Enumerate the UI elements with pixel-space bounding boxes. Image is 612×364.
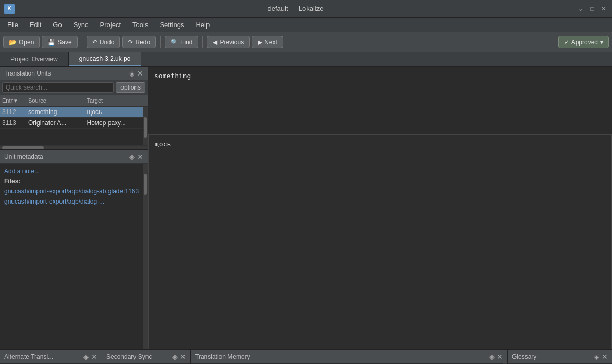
- close-ss-icon[interactable]: ✕: [180, 353, 186, 361]
- tu-col-source-header: Source: [26, 96, 85, 105]
- open-button[interactable]: 📂 Open: [3, 36, 40, 48]
- find-icon: 🔍: [170, 39, 178, 46]
- close-tu-icon[interactable]: ✕: [137, 69, 143, 78]
- tu-cell-source: Originator A...: [26, 118, 85, 128]
- secondary-sync-header: Secondary Sync ◈ ✕: [102, 350, 190, 363]
- pin-icon[interactable]: ◈: [172, 353, 178, 361]
- tu-hscroll-thumb: [2, 146, 44, 149]
- find-button[interactable]: 🔍 Find: [165, 36, 198, 48]
- close-glossary-icon[interactable]: ✕: [602, 353, 608, 361]
- glossary-panel: Glossary ◈ ✕: [508, 350, 612, 364]
- next-icon: ▶: [258, 39, 262, 46]
- menu-edit[interactable]: Edit: [25, 19, 46, 30]
- approved-icon: ✓: [564, 39, 569, 46]
- toolbar: 📂 Open 💾 Save ↶ Undo ↷ Redo 🔍 Find ◀ Pre…: [0, 32, 612, 52]
- search-input[interactable]: [2, 82, 114, 93]
- tu-cell-target: Номер раху...: [85, 118, 144, 128]
- glossary-header-left: Glossary: [512, 353, 536, 360]
- menu-settings[interactable]: Settings: [154, 19, 189, 30]
- unit-metadata-title: Unit metadata: [4, 153, 43, 160]
- tab-gnucash[interactable]: gnucash-3.2.uk.po: [69, 52, 142, 66]
- tu-scroll-track: [143, 107, 148, 145]
- menu-tools[interactable]: Tools: [127, 19, 153, 30]
- options-button[interactable]: options: [116, 82, 145, 93]
- um-header-icons: ◈ ✕: [129, 153, 143, 161]
- table-row[interactable]: 3113 Originator A... Номер раху...: [0, 118, 143, 129]
- close-tm-icon[interactable]: ✕: [497, 353, 503, 361]
- table-row[interactable]: 3112 something щось: [0, 107, 143, 118]
- undo-label: Undo: [100, 39, 115, 46]
- pin-icon[interactable]: ◈: [594, 353, 599, 361]
- redo-button[interactable]: ↷ Redo: [122, 36, 156, 48]
- tm-header-icons: ◈ ✕: [489, 353, 503, 361]
- left-panel: Translation Units ◈ ✕ options Entr ▾ Sou…: [0, 67, 148, 349]
- tu-hscroll[interactable]: [0, 145, 148, 149]
- save-label: Save: [57, 39, 71, 46]
- pin-icon[interactable]: ◈: [129, 69, 135, 78]
- separator-1: [82, 36, 82, 48]
- translation-units-title: Translation Units: [4, 70, 51, 77]
- tm-header: Translation Memory ◈ ✕: [191, 350, 507, 363]
- close-button[interactable]: ✕: [599, 5, 608, 13]
- save-button[interactable]: 💾 Save: [42, 36, 77, 48]
- menu-project[interactable]: Project: [95, 19, 126, 30]
- menu-help[interactable]: Help: [190, 19, 215, 30]
- files-label: Files:: [4, 178, 20, 185]
- alt-trans-header: Alternate Transl... ◈ ✕: [0, 350, 102, 363]
- minimize-button[interactable]: ⌄: [577, 5, 585, 13]
- alt-trans-title: Alternate Transl...: [4, 353, 53, 360]
- pin-icon[interactable]: ◈: [489, 353, 495, 361]
- previous-button[interactable]: ◀ Previous: [207, 36, 250, 48]
- close-alt-icon[interactable]: ✕: [91, 353, 97, 361]
- tab-project-overview[interactable]: Project Overview: [0, 52, 69, 66]
- separator-3: [202, 36, 203, 48]
- tm-panel: Translation Memory ◈ ✕ /100%/ something …: [191, 350, 508, 364]
- um-scroll-thumb[interactable]: [144, 174, 147, 195]
- target-editor-wrap: щось: [148, 134, 612, 349]
- tu-scroll-thumb[interactable]: [144, 117, 147, 138]
- secondary-sync-panel: Secondary Sync ◈ ✕: [102, 350, 191, 364]
- title-bar: K default — Lokalize ⌄ □ ✕: [0, 0, 612, 18]
- tu-cell-entry: 3113: [0, 118, 26, 128]
- redo-label: Redo: [135, 39, 150, 46]
- unit-metadata-header: Unit metadata ◈ ✕: [0, 150, 148, 164]
- translation-units-header: Translation Units ◈ ✕: [0, 67, 148, 80]
- tu-rows: 3112 something щось 3113 Originator A...…: [0, 107, 143, 145]
- menu-file[interactable]: File: [2, 19, 23, 30]
- glossary-header-icons: ◈ ✕: [594, 353, 608, 361]
- alt-header-left: Alternate Transl...: [4, 353, 53, 360]
- um-header-left: Unit metadata: [4, 153, 43, 160]
- close-um-icon[interactable]: ✕: [137, 153, 143, 161]
- menu-bar: File Edit Go Sync Project Tools Settings…: [0, 18, 612, 32]
- tu-rows-wrap: 3112 something щось 3113 Originator A...…: [0, 107, 148, 145]
- ss-header-icons: ◈ ✕: [172, 353, 186, 361]
- file-link-2[interactable]: gnucash/import-export/aqb/dialog-...: [4, 197, 139, 207]
- window-controls: ⌄ □ ✕: [577, 5, 608, 13]
- um-scroll-track: [143, 164, 148, 349]
- tu-cell-entry: 3112: [0, 107, 26, 117]
- pin-icon[interactable]: ◈: [129, 153, 135, 161]
- tu-col-target-header: Target: [85, 96, 144, 105]
- tm-title: Translation Memory: [195, 353, 250, 360]
- tu-cell-source: something: [26, 107, 85, 117]
- target-editor[interactable]: щось: [149, 135, 611, 349]
- undo-button[interactable]: ↶ Undo: [87, 36, 120, 48]
- glossary-title: Glossary: [512, 353, 536, 360]
- maximize-button[interactable]: □: [588, 5, 596, 13]
- approved-button[interactable]: ✓ Approved ▾: [558, 36, 609, 48]
- tu-header-left: Translation Units: [4, 70, 51, 77]
- open-icon: 📂: [9, 39, 17, 46]
- add-note-link[interactable]: Add a note...: [4, 167, 139, 177]
- previous-icon: ◀: [213, 39, 217, 46]
- approved-dropdown-icon: ▾: [600, 39, 603, 46]
- redo-icon: ↷: [128, 39, 133, 46]
- menu-sync[interactable]: Sync: [68, 19, 94, 30]
- next-button[interactable]: ▶ Next: [252, 36, 283, 48]
- main-layout: Translation Units ◈ ✕ options Entr ▾ Sou…: [0, 67, 612, 349]
- tu-header-scroll-space: [143, 96, 148, 105]
- tab-bar: Project Overview gnucash-3.2.uk.po: [0, 52, 612, 67]
- menu-go[interactable]: Go: [47, 19, 67, 30]
- pin-icon[interactable]: ◈: [83, 353, 89, 361]
- file-link-1[interactable]: gnucash/import-export/aqb/dialog-ab.glad…: [4, 186, 139, 196]
- separator-2: [160, 36, 161, 48]
